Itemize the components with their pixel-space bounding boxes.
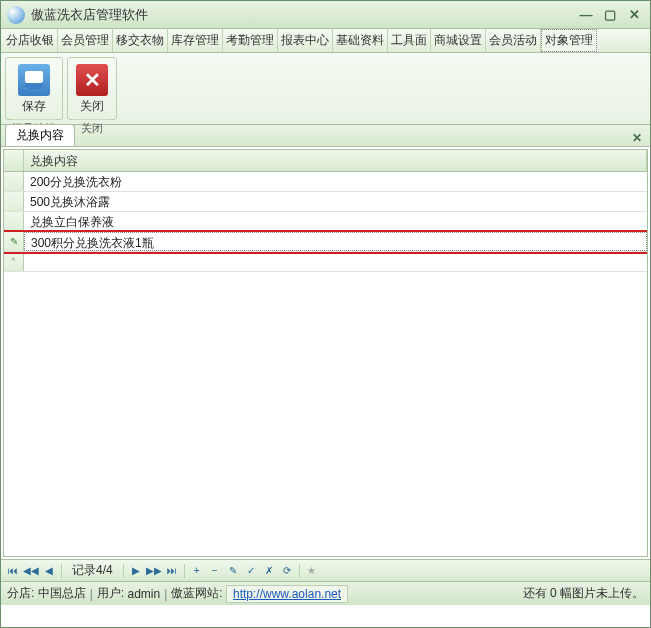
menubar: 分店收银会员管理移交衣物库存管理考勤管理报表中心基础资料工具面商城设置会员活动对… [1, 29, 650, 53]
toolbar: 保存 记录编辑 ✕ 关闭 关闭 [1, 53, 650, 125]
menu-item-8[interactable]: 商城设置 [431, 29, 486, 52]
close-button[interactable]: ✕ 关闭 [74, 62, 110, 117]
nav-add-button[interactable]: + [189, 563, 205, 579]
nav-nextpage-button[interactable]: ▶▶ [146, 563, 162, 579]
status-shop-label: 分店: [7, 585, 34, 602]
toolgroup-close-label: 关闭 [74, 119, 110, 136]
row-indicator-icon [4, 192, 24, 211]
cell-content[interactable]: 300积分兑换洗衣液1瓶 [24, 232, 647, 251]
cell-content[interactable]: 500兑换沐浴露 [24, 192, 647, 211]
window-title: 傲蓝洗衣店管理软件 [31, 6, 572, 24]
maximize-button[interactable]: ▢ [600, 6, 620, 24]
save-icon [18, 64, 50, 96]
close-label: 关闭 [80, 98, 104, 115]
tab-exchange-content[interactable]: 兑换内容 [5, 124, 75, 146]
status-user-value: admin [128, 587, 161, 601]
nav-prevpage-button[interactable]: ◀◀ [23, 563, 39, 579]
menu-item-6[interactable]: 基础资料 [333, 29, 388, 52]
nav-bookmark-button[interactable]: ★ [304, 563, 320, 579]
cell-content[interactable]: 兑换立白保养液 [24, 212, 647, 231]
nav-edit-button[interactable]: ✎ [225, 563, 241, 579]
toolgroup-edit: 保存 记录编辑 [5, 57, 63, 120]
nav-delete-button[interactable]: − [207, 563, 223, 579]
menu-item-4[interactable]: 考勤管理 [223, 29, 278, 52]
grid-body[interactable]: 200分兑换洗衣粉500兑换沐浴露兑换立白保养液✎300积分兑换洗衣液1瓶* [4, 172, 647, 556]
table-row[interactable]: ✎300积分兑换洗衣液1瓶 [4, 232, 647, 252]
status-site-label: 傲蓝网站: [171, 585, 222, 602]
table-row[interactable]: 200分兑换洗衣粉 [4, 172, 647, 192]
nav-last-button[interactable]: ⏭ [164, 563, 180, 579]
statusbar: 分店: 中国总店 | 用户: admin | 傲蓝网站: http://www.… [1, 581, 650, 605]
column-header-content[interactable]: 兑换内容 [24, 150, 647, 171]
grid-corner [4, 150, 24, 171]
status-site-box: http://www.aolan.net [226, 585, 348, 603]
record-navigator: ⏮ ◀◀ ◀ 记录4/4 ▶ ▶▶ ⏭ + − ✎ ✓ ✗ ⟳ ★ [1, 559, 650, 581]
nav-confirm-button[interactable]: ✓ [243, 563, 259, 579]
app-logo-icon [7, 6, 25, 24]
row-indicator-icon: ✎ [4, 232, 24, 251]
row-indicator-icon [4, 172, 24, 191]
nav-refresh-button[interactable]: ⟳ [279, 563, 295, 579]
close-window-button[interactable]: ✕ [624, 6, 644, 24]
nav-next-button[interactable]: ▶ [128, 563, 144, 579]
cell-content[interactable]: 200分兑换洗衣粉 [24, 172, 647, 191]
menu-item-10[interactable]: 对象管理 [541, 29, 597, 52]
menu-item-3[interactable]: 库存管理 [168, 29, 223, 52]
toolgroup-close: ✕ 关闭 关闭 [67, 57, 117, 120]
status-sep2: | [164, 587, 167, 601]
table-row-new[interactable]: * [4, 252, 647, 272]
close-icon: ✕ [76, 64, 108, 96]
menu-item-7[interactable]: 工具面 [388, 29, 431, 52]
save-label: 保存 [22, 98, 46, 115]
menu-item-1[interactable]: 会员管理 [58, 29, 113, 52]
titlebar: 傲蓝洗衣店管理软件 — ▢ ✕ [1, 1, 650, 29]
menu-item-2[interactable]: 移交衣物 [113, 29, 168, 52]
menu-item-9[interactable]: 会员活动 [486, 29, 541, 52]
table-row[interactable]: 兑换立白保养液 [4, 212, 647, 232]
status-sep: | [90, 587, 93, 601]
grid-header: 兑换内容 [4, 150, 647, 172]
status-shop-value: 中国总店 [38, 585, 86, 602]
save-button[interactable]: 保存 [16, 62, 52, 117]
status-upload-msg: 还有 0 幅图片未上传。 [523, 585, 644, 602]
table-row[interactable]: 500兑换沐浴露 [4, 192, 647, 212]
grid: 兑换内容 200分兑换洗衣粉500兑换沐浴露兑换立白保养液✎300积分兑换洗衣液… [3, 149, 648, 557]
nav-cancel-button[interactable]: ✗ [261, 563, 277, 579]
status-user-label: 用户: [97, 585, 124, 602]
status-site-link[interactable]: http://www.aolan.net [233, 587, 341, 601]
menu-item-5[interactable]: 报表中心 [278, 29, 333, 52]
tab-close-button[interactable]: ✕ [628, 130, 646, 146]
nav-prev-button[interactable]: ◀ [41, 563, 57, 579]
row-indicator-icon [4, 212, 24, 231]
cell-content[interactable] [24, 252, 647, 271]
nav-record-label: 记录4/4 [72, 562, 113, 579]
row-new-icon: * [4, 252, 24, 271]
nav-first-button[interactable]: ⏮ [5, 563, 21, 579]
menu-item-0[interactable]: 分店收银 [3, 29, 58, 52]
minimize-button[interactable]: — [576, 6, 596, 24]
